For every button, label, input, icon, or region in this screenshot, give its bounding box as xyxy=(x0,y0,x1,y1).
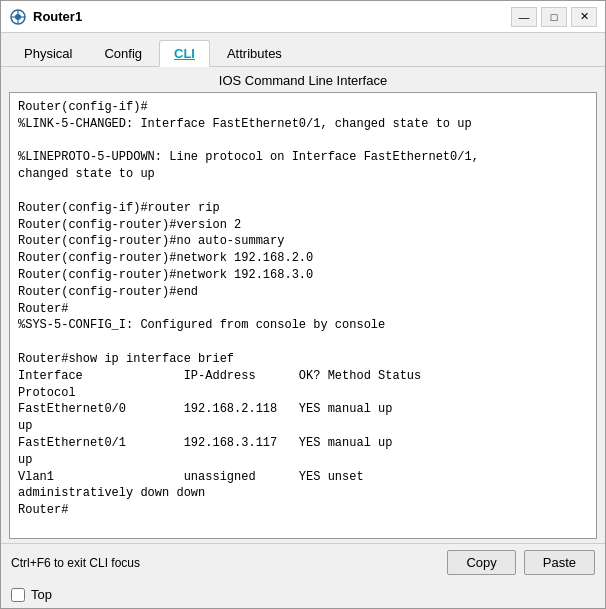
window-title: Router1 xyxy=(33,9,511,24)
paste-button[interactable]: Paste xyxy=(524,550,595,575)
tab-physical[interactable]: Physical xyxy=(9,40,87,67)
top-checkbox[interactable] xyxy=(11,588,25,602)
footer-bar: Top xyxy=(1,581,605,608)
bottom-bar: Ctrl+F6 to exit CLI focus Copy Paste xyxy=(1,543,605,581)
window-controls: — □ ✕ xyxy=(511,7,597,27)
tab-attributes[interactable]: Attributes xyxy=(212,40,297,67)
cli-hint: Ctrl+F6 to exit CLI focus xyxy=(11,556,439,570)
minimize-button[interactable]: — xyxy=(511,7,537,27)
tab-cli[interactable]: CLI xyxy=(159,40,210,67)
tab-bar: Physical Config CLI Attributes xyxy=(1,33,605,67)
cli-output[interactable]: Router(config-if)# %LINK-5-CHANGED: Inte… xyxy=(10,93,596,538)
svg-point-1 xyxy=(15,14,21,20)
close-button[interactable]: ✕ xyxy=(571,7,597,27)
main-window: Router1 — □ ✕ Physical Config CLI Attrib… xyxy=(0,0,606,609)
title-bar: Router1 — □ ✕ xyxy=(1,1,605,33)
maximize-button[interactable]: □ xyxy=(541,7,567,27)
copy-button[interactable]: Copy xyxy=(447,550,515,575)
top-label: Top xyxy=(31,587,52,602)
section-title: IOS Command Line Interface xyxy=(1,67,605,92)
window-icon xyxy=(9,8,27,26)
top-checkbox-wrap: Top xyxy=(11,587,52,602)
tab-config[interactable]: Config xyxy=(89,40,157,67)
cli-container: Router(config-if)# %LINK-5-CHANGED: Inte… xyxy=(9,92,597,539)
